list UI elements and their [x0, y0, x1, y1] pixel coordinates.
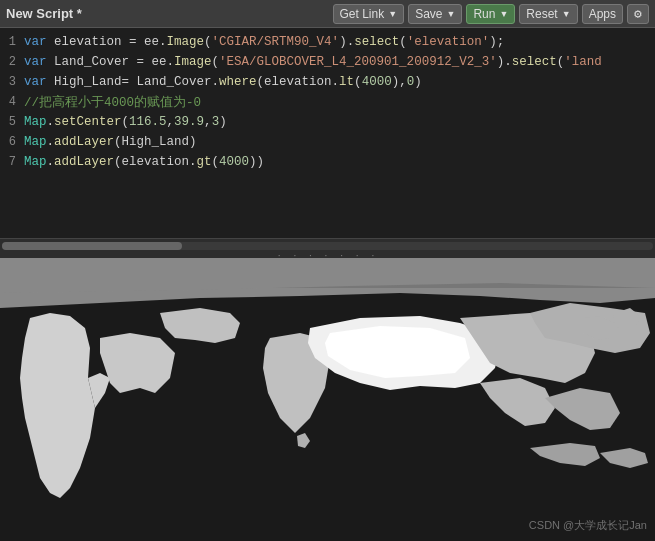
- reset-dropdown-arrow: ▼: [562, 9, 571, 19]
- line-number: 6: [0, 135, 24, 149]
- code-content: Map.setCenter(116.5,39.9,3): [24, 115, 227, 129]
- code-content: Map.addLayer(elevation.gt(4000)): [24, 155, 264, 169]
- run-dropdown-arrow: ▼: [499, 9, 508, 19]
- line-number: 7: [0, 155, 24, 169]
- line-number: 1: [0, 35, 24, 49]
- code-line: 6Map.addLayer(High_Land): [0, 132, 655, 152]
- code-line: 3var High_Land= Land_Cover.where(elevati…: [0, 72, 655, 92]
- apps-button[interactable]: Apps: [582, 4, 623, 24]
- save-dropdown-arrow: ▼: [447, 9, 456, 19]
- code-line: 1var elevation = ee.Image('CGIAR/SRTM90_…: [0, 32, 655, 52]
- code-lines: 1var elevation = ee.Image('CGIAR/SRTM90_…: [0, 28, 655, 176]
- get-link-button[interactable]: Get Link ▼: [333, 4, 405, 24]
- code-line: 4//把高程小于4000的赋值为-0: [0, 92, 655, 112]
- line-number: 4: [0, 95, 24, 109]
- scrollbar-thumb[interactable]: [2, 242, 182, 250]
- toolbar: New Script * Get Link ▼ Save ▼ Run ▼ Res…: [0, 0, 655, 28]
- script-title: New Script *: [6, 6, 329, 21]
- scrollbar-track[interactable]: [2, 242, 653, 250]
- settings-button[interactable]: ⚙: [627, 4, 649, 24]
- gear-icon: ⚙: [634, 6, 642, 22]
- line-number: 5: [0, 115, 24, 129]
- reset-button[interactable]: Reset ▼: [519, 4, 577, 24]
- code-line: 2var Land_Cover = ee.Image('ESA/GLOBCOVE…: [0, 52, 655, 72]
- run-button[interactable]: Run ▼: [466, 4, 515, 24]
- save-button[interactable]: Save ▼: [408, 4, 462, 24]
- map-svg: [0, 258, 655, 541]
- line-number: 3: [0, 75, 24, 89]
- code-editor[interactable]: 1var elevation = ee.Image('CGIAR/SRTM90_…: [0, 28, 655, 238]
- map-area[interactable]: CSDN @大学成长记Jan: [0, 258, 655, 541]
- line-number: 2: [0, 55, 24, 69]
- code-content: var Land_Cover = ee.Image('ESA/GLOBCOVER…: [24, 55, 602, 69]
- code-line: 7Map.addLayer(elevation.gt(4000)): [0, 152, 655, 172]
- watermark: CSDN @大学成长记Jan: [529, 518, 647, 533]
- code-content: var High_Land= Land_Cover.where(elevatio…: [24, 75, 422, 89]
- code-content: //把高程小于4000的赋值为-0: [24, 94, 201, 111]
- code-line: 5Map.setCenter(116.5,39.9,3): [0, 112, 655, 132]
- code-content: var elevation = ee.Image('CGIAR/SRTM90_V…: [24, 35, 504, 49]
- code-content: Map.addLayer(High_Land): [24, 135, 197, 149]
- get-link-dropdown-arrow: ▼: [388, 9, 397, 19]
